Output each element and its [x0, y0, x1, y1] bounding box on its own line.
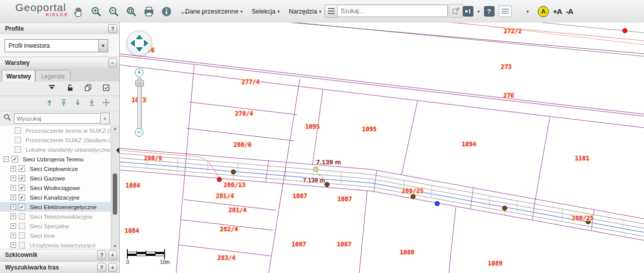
zoom-slider-handle[interactable]	[135, 80, 144, 86]
layer-checkbox[interactable]	[15, 127, 21, 134]
layer-checkbox[interactable]: ✓	[19, 175, 25, 181]
layer-item-urządzenia-towarzyszące[interactable]: +Urządzenia towarzyszące	[0, 240, 119, 249]
clear-search-icon[interactable]: ×	[101, 113, 110, 124]
layer-item-przeznaczenie-suikz-studium-uw[interactable]: Przeznaczenie SUiKZ (Studium Uw	[0, 135, 119, 145]
layer-item-sieci-kanalizacyjne[interactable]: +✓Sieci Kanalizacyjne	[0, 193, 119, 202]
copy-layers-icon[interactable]	[84, 83, 92, 94]
go-to-icon[interactable]	[449, 4, 463, 18]
expand-node-icon[interactable]: +	[11, 214, 16, 219]
szkicownik-help-button[interactable]: ?	[97, 250, 106, 259]
sidebar-collapse-handle[interactable]	[116, 147, 119, 153]
parcel-label-283-4: 283/4	[217, 254, 235, 261]
pan-icon[interactable]	[72, 5, 85, 18]
hamburger-icon[interactable]	[325, 5, 338, 18]
legend-list-icon[interactable]	[499, 6, 512, 17]
check-all-icon[interactable]	[102, 83, 110, 94]
move-bottom-icon[interactable]	[88, 99, 96, 109]
expand-node-icon[interactable]: +	[11, 166, 16, 171]
trasy-expand-button[interactable]: +	[108, 263, 117, 272]
layer-search-input[interactable]	[14, 113, 101, 124]
search-input[interactable]	[338, 5, 448, 17]
expand-node-icon[interactable]: +	[11, 185, 16, 191]
font-decrease-button[interactable]: -A	[566, 7, 573, 16]
szkicownik-panel-header[interactable]: Szkicownik ? +	[0, 249, 119, 261]
layer-item-sieci-elektroenergetyczne[interactable]: +✓Sieci Elektroenergetyczne	[0, 202, 119, 212]
tree-scrollbar[interactable]: ▲ ▼	[111, 126, 119, 249]
zoom-in-button[interactable]: +	[135, 68, 143, 77]
layer-checkbox[interactable]	[19, 242, 25, 248]
parcel-label-280-6: 280/6	[233, 141, 252, 148]
info-icon[interactable]	[160, 5, 173, 18]
menu-dane-przestrzenne[interactable]: Dane przestrzenne▾	[185, 8, 243, 15]
expand-node-icon[interactable]: +	[11, 175, 16, 181]
pan-down-icon[interactable]	[136, 47, 143, 52]
contrast-button[interactable]: A	[538, 6, 549, 17]
layer-checkbox[interactable]: ✓	[19, 194, 25, 201]
zoom-out-button[interactable]: −	[135, 128, 143, 137]
login-caret-icon[interactable]: ▾	[477, 9, 480, 14]
filter-icon[interactable]	[48, 83, 56, 94]
layer-checkbox[interactable]	[19, 213, 25, 220]
expand-node-icon[interactable]: +	[11, 233, 16, 238]
blue-dot-marker	[435, 201, 440, 206]
scrollbar-thumb[interactable]	[113, 173, 117, 215]
layer-checkbox[interactable]	[15, 137, 21, 143]
move-top-icon[interactable]	[60, 99, 67, 109]
expand-node-icon[interactable]: +	[11, 204, 16, 210]
more-caret-icon[interactable]: ▾	[527, 9, 529, 14]
zoom-in-icon[interactable]	[90, 5, 103, 18]
tab-legenda[interactable]: Legenda	[35, 70, 70, 82]
layer-item-sieci-gazowe[interactable]: +✓Sieci Gazowe	[0, 173, 119, 183]
layer-checkbox[interactable]: ✓	[19, 165, 25, 172]
tab-warstwy[interactable]: Warstwy	[2, 70, 35, 82]
layer-item-przeznaczenie-terenu-w-suikz-st[interactable]: Przeznaczenie terenu w SUiKZ (St	[0, 126, 119, 135]
layer-item-sieci-telekomunikacyjne[interactable]: +Sieci Telekomunikacyjne	[0, 212, 119, 221]
font-increase-button[interactable]: +A	[553, 7, 562, 16]
move-down-icon[interactable]	[74, 99, 82, 109]
scroll-up-icon[interactable]: ▲	[111, 127, 119, 130]
help-icon[interactable]: ?	[484, 6, 495, 17]
layer-item-sieci-inne[interactable]: +Sieci Inne	[0, 231, 119, 240]
trasy-panel-header[interactable]: Wyszukiwarka tras ? +	[0, 261, 119, 273]
pan-right-icon[interactable]	[144, 40, 148, 47]
pan-up-icon[interactable]	[136, 35, 143, 39]
pan-left-icon[interactable]	[130, 40, 135, 47]
collapse-node-icon[interactable]: −	[4, 156, 9, 162]
layer-checkbox[interactable]	[19, 232, 25, 239]
profile-help-button[interactable]: ?	[108, 24, 117, 33]
login-icon[interactable]	[463, 6, 473, 17]
layer-item-sieci-uzbrojenia-terenu[interactable]: −✓Sieci Uzbrojenia Terenu	[0, 154, 119, 164]
layer-item-sieci-wodociągowe[interactable]: +✓Sieci Wodociągowe	[0, 183, 119, 193]
chevron-down-icon[interactable]: ▼	[98, 40, 108, 52]
move-up-icon[interactable]	[46, 99, 53, 109]
layer-checkbox[interactable]: ✓	[19, 204, 25, 210]
profile-select[interactable]: Profil inwestora ▼	[5, 39, 108, 52]
reorder-move-icon[interactable]	[102, 99, 110, 109]
layer-label: Sieci Specjalne	[30, 223, 69, 229]
parcel-label-1088: 1088	[400, 249, 415, 256]
profile-panel-header[interactable]: Profile ?	[0, 23, 119, 35]
layer-checkbox[interactable]: ✓	[19, 185, 25, 191]
expand-node-icon[interactable]: +	[11, 195, 16, 200]
expand-node-icon[interactable]: +	[11, 223, 16, 229]
scroll-down-icon[interactable]: ▼	[111, 244, 119, 248]
layer-checkbox[interactable]	[19, 223, 25, 229]
layer-item-sieci-ciepłownicze[interactable]: +✓Sieci Ciepłownicze	[0, 164, 119, 173]
layers-panel-header[interactable]: Warstwy −	[0, 57, 119, 69]
pan-control[interactable]	[127, 31, 152, 56]
layer-item-sieci-specjalne[interactable]: +Sieci Specjalne	[0, 221, 119, 231]
zoom-out-icon[interactable]	[107, 5, 120, 18]
menu-narz-dzia[interactable]: Narzędzia▾	[289, 8, 321, 15]
layer-checkbox[interactable]	[15, 146, 21, 153]
zoom-extent-icon[interactable]	[125, 5, 138, 18]
layer-item-lokalne-standardy-urbanistyczne[interactable]: Lokalne standardy urbanistyczne	[0, 145, 119, 154]
trasy-help-button[interactable]: ?	[97, 263, 106, 272]
print-icon[interactable]	[142, 5, 155, 18]
unlock-icon[interactable]	[66, 83, 74, 94]
layers-minimize-button[interactable]: −	[108, 58, 117, 67]
expand-node-icon[interactable]: +	[11, 242, 16, 248]
layer-checkbox[interactable]: ✓	[12, 156, 18, 162]
szkicownik-expand-button[interactable]: +	[108, 250, 117, 259]
menu-selekcja[interactable]: Selekcja▾	[252, 8, 280, 15]
map-canvas[interactable]: 76272/2273276277/4278/4280/6109510951094…	[120, 23, 644, 273]
